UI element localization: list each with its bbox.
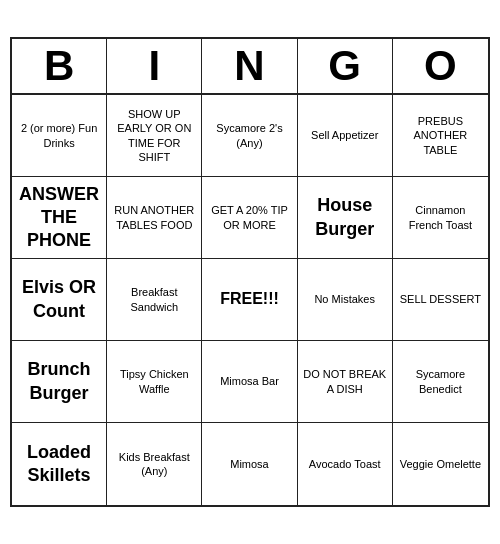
bingo-cell-22: Mimosa xyxy=(202,423,297,505)
bingo-cell-3: Sell Appetizer xyxy=(298,95,393,177)
bingo-cell-8: House Burger xyxy=(298,177,393,259)
bingo-cell-14: SELL DESSERT xyxy=(393,259,488,341)
bingo-letter-o: O xyxy=(393,39,488,93)
bingo-card: BINGO 2 (or more) Fun DrinksSHOW UP EARL… xyxy=(10,37,490,507)
bingo-cell-18: DO NOT BREAK A DISH xyxy=(298,341,393,423)
bingo-letter-b: B xyxy=(12,39,107,93)
bingo-cell-1: SHOW UP EARLY OR ON TIME FOR SHIFT xyxy=(107,95,202,177)
bingo-cell-23: Avocado Toast xyxy=(298,423,393,505)
bingo-cell-13: No Mistakes xyxy=(298,259,393,341)
bingo-grid: 2 (or more) Fun DrinksSHOW UP EARLY OR O… xyxy=(12,95,488,505)
bingo-cell-7: GET A 20% TIP OR MORE xyxy=(202,177,297,259)
bingo-letter-g: G xyxy=(298,39,393,93)
bingo-letter-i: I xyxy=(107,39,202,93)
bingo-cell-6: RUN ANOTHER TABLES FOOD xyxy=(107,177,202,259)
bingo-letter-n: N xyxy=(202,39,297,93)
bingo-cell-19: Sycamore Benedict xyxy=(393,341,488,423)
bingo-cell-4: PREBUS ANOTHER TABLE xyxy=(393,95,488,177)
bingo-header: BINGO xyxy=(12,39,488,95)
bingo-cell-5: ANSWER THE PHONE xyxy=(12,177,107,259)
bingo-cell-17: Mimosa Bar xyxy=(202,341,297,423)
bingo-cell-10: Elvis OR Count xyxy=(12,259,107,341)
bingo-cell-11: Breakfast Sandwich xyxy=(107,259,202,341)
bingo-cell-20: Loaded Skillets xyxy=(12,423,107,505)
bingo-cell-21: Kids Breakfast (Any) xyxy=(107,423,202,505)
bingo-cell-16: Tipsy Chicken Waffle xyxy=(107,341,202,423)
bingo-cell-9: Cinnamon French Toast xyxy=(393,177,488,259)
bingo-cell-24: Veggie Omelette xyxy=(393,423,488,505)
bingo-cell-12: FREE!!! xyxy=(202,259,297,341)
bingo-cell-2: Sycamore 2's (Any) xyxy=(202,95,297,177)
bingo-cell-15: Brunch Burger xyxy=(12,341,107,423)
bingo-cell-0: 2 (or more) Fun Drinks xyxy=(12,95,107,177)
